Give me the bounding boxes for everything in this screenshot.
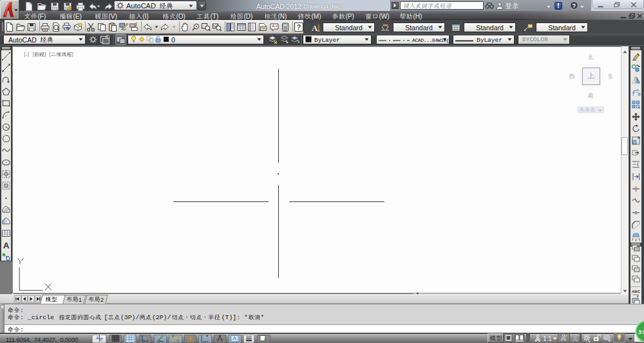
- svg-text:3:8: 3:8: [638, 329, 644, 335]
- svg-text:A: A: [312, 23, 318, 33]
- svg-text:ABC: ABC: [632, 290, 641, 293]
- svg-text:?: ?: [297, 23, 301, 31]
- svg-text:A: A: [3, 241, 10, 250]
- svg-text:?: ?: [573, 2, 576, 9]
